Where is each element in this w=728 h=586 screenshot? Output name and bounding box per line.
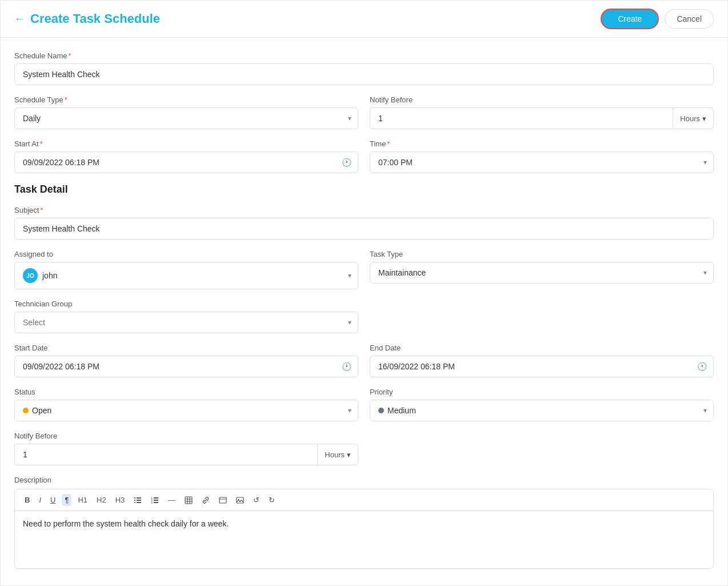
start-at-input[interactable]: [14, 152, 358, 173]
notify-before-input[interactable]: [370, 107, 673, 129]
paragraph-button[interactable]: ¶: [62, 494, 71, 506]
bullet-list-button[interactable]: [131, 495, 145, 506]
status-value: Open: [32, 406, 51, 415]
link-button[interactable]: [199, 495, 213, 506]
notify-before2-wrapper: Hours ▾: [14, 444, 358, 465]
underline-button[interactable]: U: [47, 494, 58, 506]
notify-before2-label: Notify Before: [14, 432, 358, 440]
priority-select-wrapper[interactable]: Medium ▾: [370, 400, 714, 421]
notify-before2-unit-label: Hours: [325, 451, 345, 459]
assigned-to-select-wrapper[interactable]: JO john ▾: [14, 262, 358, 289]
status-priority-row: Status Open ▾ Priority Medium ▾: [14, 388, 714, 421]
start-date-group: Start Date 🕐: [14, 344, 358, 377]
svg-rect-2: [134, 500, 135, 501]
h2-button[interactable]: H2: [94, 494, 109, 506]
end-date-clock-icon: 🕐: [697, 362, 707, 371]
end-date-wrapper: 🕐: [370, 356, 714, 377]
status-select-wrapper[interactable]: Open ▾: [14, 400, 358, 421]
ordered-list-button[interactable]: 1.2.3.: [148, 495, 162, 506]
subject-input[interactable]: [14, 218, 714, 240]
page-header: ← Create Task Schedule Create Cancel: [1, 1, 727, 38]
task-type-select-wrapper[interactable]: ▾: [370, 262, 714, 284]
schedule-type-input[interactable]: [14, 107, 358, 129]
priority-dot-icon: [378, 408, 384, 413]
end-date-label: End Date: [370, 344, 714, 352]
notify-before-unit-selector[interactable]: Hours ▾: [673, 107, 714, 129]
svg-point-20: [238, 499, 239, 500]
assigned-to-display[interactable]: JO john: [14, 262, 358, 289]
bold-button[interactable]: B: [22, 494, 33, 506]
clock-icon: 🕐: [342, 158, 351, 167]
redo-button[interactable]: ↻: [266, 494, 278, 506]
schedule-name-label: Schedule Name*: [14, 51, 714, 60]
svg-rect-11: [154, 502, 158, 503]
start-at-label: Start At*: [14, 139, 358, 148]
notify-before-unit-chevron-icon: ▾: [702, 114, 706, 123]
status-label: Status: [14, 388, 358, 396]
subject-row: Subject*: [14, 206, 714, 240]
avatar: JO: [23, 268, 38, 283]
end-date-group: End Date 🕐: [370, 344, 714, 377]
notify-before2-row: Notify Before Hours ▾: [14, 432, 714, 465]
svg-rect-19: [237, 497, 243, 503]
technician-group-label: Technician Group: [14, 300, 358, 308]
h3-button[interactable]: H3: [113, 494, 128, 506]
schedule-name-input[interactable]: [14, 63, 714, 85]
start-time-row: Start At* 🕐 Time* ▾: [14, 139, 714, 173]
header-left: ← Create Task Schedule: [14, 11, 160, 26]
time-select-wrapper[interactable]: ▾: [370, 152, 714, 173]
editor-toolbar: B I U ¶ H1 H2 H3 1.2.3. —: [15, 489, 713, 511]
notify-before-group: Notify Before Hours ▾: [370, 95, 714, 129]
notify-before2-unit-selector[interactable]: Hours ▾: [317, 444, 358, 465]
assigned-tasktype-row: Assigned to JO john ▾ Task Type ▾: [14, 250, 714, 289]
start-date-clock-icon: 🕐: [342, 362, 351, 371]
embed-button[interactable]: [216, 495, 230, 506]
image-button[interactable]: [233, 495, 247, 506]
notify-before2-input[interactable]: [14, 444, 317, 465]
notify-before2-group: Notify Before Hours ▾: [14, 432, 358, 465]
header-right: Create Cancel: [601, 9, 714, 29]
task-type-input[interactable]: [370, 262, 714, 284]
italic-button[interactable]: I: [36, 494, 44, 506]
horizontal-rule-button[interactable]: —: [165, 494, 178, 506]
time-input[interactable]: [370, 152, 714, 173]
status-display[interactable]: Open: [14, 400, 358, 421]
subject-group: Subject*: [14, 206, 714, 240]
svg-rect-3: [137, 500, 141, 501]
assigned-to-group: Assigned to JO john ▾: [14, 250, 358, 289]
svg-rect-0: [134, 497, 135, 499]
technician-select-wrapper[interactable]: ▾: [14, 312, 358, 333]
subject-label: Subject*: [14, 206, 714, 214]
notify-before-label: Notify Before: [370, 95, 714, 104]
create-button[interactable]: Create: [601, 9, 659, 29]
svg-rect-9: [154, 500, 158, 501]
svg-rect-12: [185, 497, 192, 504]
priority-display[interactable]: Medium: [370, 400, 714, 421]
table-button[interactable]: [182, 495, 195, 506]
technician-group: Technician Group ▾: [14, 300, 358, 333]
end-date-input[interactable]: [370, 356, 714, 377]
task-detail-title: Task Detail: [14, 184, 714, 196]
description-label: Description: [14, 476, 714, 484]
description-editor: B I U ¶ H1 H2 H3 1.2.3. —: [14, 489, 714, 569]
cancel-button[interactable]: Cancel: [665, 9, 714, 29]
start-at-group: Start At* 🕐: [14, 139, 358, 173]
status-dot-icon: [23, 408, 29, 413]
form-content: Schedule Name* Schedule Type* ▾ Notify B…: [1, 38, 727, 583]
description-content[interactable]: Need to perform the system health check …: [15, 511, 713, 568]
back-button[interactable]: ←: [14, 13, 25, 25]
dates-row: Start Date 🕐 End Date 🕐: [14, 344, 714, 377]
h1-button[interactable]: H1: [75, 494, 90, 506]
schedule-name-group: Schedule Name*: [14, 51, 714, 85]
priority-value: Medium: [387, 406, 416, 415]
page-title: Create Task Schedule: [30, 11, 160, 26]
technician-group-input[interactable]: [14, 312, 358, 333]
schedule-type-select-wrapper[interactable]: ▾: [14, 107, 358, 129]
assigned-to-label: Assigned to: [14, 250, 358, 258]
svg-rect-5: [137, 502, 141, 503]
schedule-name-row: Schedule Name*: [14, 51, 714, 85]
svg-rect-17: [219, 497, 226, 503]
undo-button[interactable]: ↺: [250, 494, 262, 506]
start-date-input[interactable]: [14, 356, 358, 377]
time-label: Time*: [370, 139, 714, 148]
